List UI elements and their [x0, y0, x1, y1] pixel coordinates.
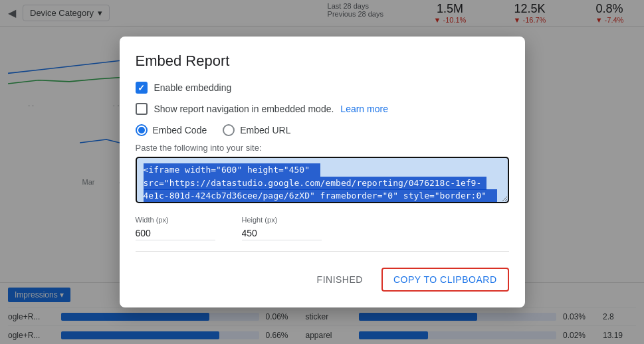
enable-embedding-label: Enable embedding [154, 82, 232, 93]
checkmark-icon: ✓ [138, 83, 145, 93]
enable-embedding-checkbox[interactable]: ✓ [136, 82, 148, 94]
paste-label: Paste the following into your site: [136, 143, 509, 153]
embed-report-modal: Embed Report ✓ Enable embedding Show rep… [120, 37, 525, 307]
height-label: Height (px) [242, 216, 322, 224]
show-nav-checkbox[interactable] [136, 103, 148, 115]
embed-url-label: Embed URL [240, 125, 290, 135]
width-label: Width (px) [136, 216, 215, 224]
width-field: Width (px) [136, 216, 215, 240]
enable-embedding-row[interactable]: ✓ Enable embedding [136, 82, 509, 94]
embed-code-textarea[interactable]: <iframe width="600" height="450" src="ht… [136, 157, 509, 203]
embed-code-label: Embed Code [153, 125, 207, 135]
embed-code-option[interactable]: Embed Code [136, 124, 207, 136]
embed-url-option[interactable]: Embed URL [223, 124, 290, 136]
embed-code-radio[interactable] [136, 124, 148, 136]
learn-more-link[interactable]: Learn more [340, 104, 388, 114]
embed-type-radio-row: Embed Code Embed URL [136, 124, 509, 136]
height-field: Height (px) [242, 216, 322, 240]
embed-url-radio[interactable] [223, 124, 235, 136]
copy-to-clipboard-button[interactable]: COPY TO CLIPBOARD [381, 268, 509, 292]
show-nav-row[interactable]: Show report navigation in embedded mode.… [136, 103, 509, 115]
dimensions-row: Width (px) Height (px) [136, 216, 509, 252]
modal-footer: FINISHED COPY TO CLIPBOARD [136, 268, 509, 292]
show-nav-label: Show report navigation in embedded mode. [154, 104, 334, 114]
modal-overlay: Embed Report ✓ Enable embedding Show rep… [0, 0, 644, 344]
radio-selected-dot [138, 127, 145, 133]
height-input[interactable] [242, 226, 322, 240]
finished-button[interactable]: FINISHED [309, 269, 371, 290]
width-input[interactable] [136, 226, 215, 240]
modal-title: Embed Report [136, 52, 509, 70]
